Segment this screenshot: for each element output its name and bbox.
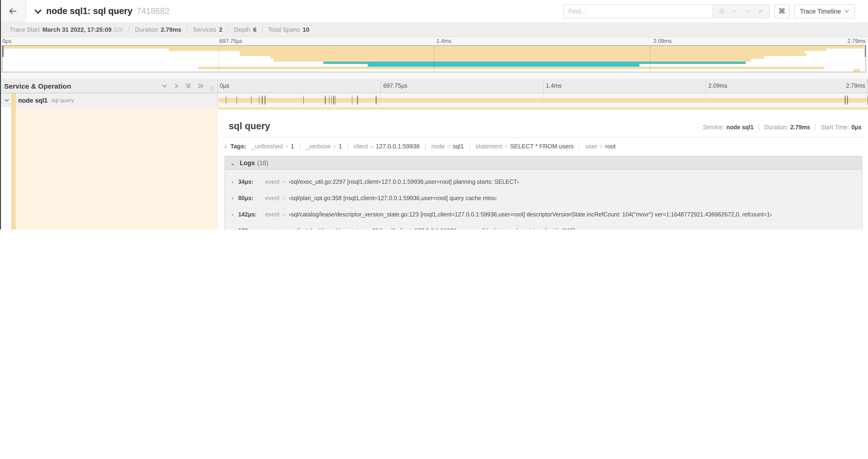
detail-row-highlight — [16, 107, 218, 230]
collapse-one-icon[interactable] — [161, 83, 167, 89]
info-label: Trace Start — [10, 26, 40, 33]
info-value-suffix: .326 — [112, 26, 123, 33]
span-detail-row: sql query Service:node sql1Duration:2.79… — [0, 107, 868, 230]
span-detail-panel: sql query Service:node sql1Duration:2.79… — [218, 107, 868, 230]
tag-equals: = — [370, 143, 373, 150]
meta-label: Start Time: — [821, 124, 849, 131]
back-arrow-icon — [8, 6, 18, 15]
logs-header[interactable]: ⌄ Logs (18) — [225, 156, 862, 170]
locate-icon[interactable] — [718, 7, 725, 15]
trace-timeline-page: node sql1: sql query 7418682 ⌘ Trace Tim… — [0, 0, 868, 230]
minimap-scrubber-right[interactable] — [865, 46, 866, 57]
info-value: March 31 2022, 17:25:09.326 — [42, 26, 123, 33]
chevron-down-icon — [4, 98, 9, 102]
log-row[interactable]: ›142μs:event=‹sql/catalog/lease/descript… — [225, 206, 862, 223]
detail-meta-item: Start Time:0μs — [815, 124, 862, 131]
view-select-button[interactable]: Trace Timeline — [794, 4, 855, 18]
expand-all-icon[interactable] — [197, 83, 204, 89]
minimap-span — [240, 54, 807, 56]
log-field-name: event — [265, 211, 280, 218]
expand-one-icon[interactable] — [174, 83, 179, 89]
span-track[interactable] — [218, 93, 868, 107]
tag-key: _verbose — [306, 143, 331, 150]
log-message: ‹sql/catalog/descs/descriptor.go:98 [nsq… — [289, 228, 577, 230]
meta-value: node sql1 — [726, 124, 754, 131]
service-operation-title: Service & Operation — [4, 82, 161, 90]
tag-equals: = — [504, 143, 508, 150]
minimap-tick-label: 2.79ms — [847, 38, 868, 44]
find-input[interactable] — [564, 5, 712, 18]
logs-count: (18) — [257, 160, 268, 167]
chevron-right-icon: › — [231, 195, 234, 201]
tags-label: Tags: — [230, 143, 246, 150]
find-suffix — [712, 5, 769, 18]
detail-meta: Service:node sql1Duration:2.79msStart Ti… — [698, 124, 862, 131]
log-timestamp: 34μs: — [238, 179, 262, 185]
logs-section: ⌄ Logs (18) ›34μs:event=‹sql/exec_util.g… — [224, 156, 862, 230]
log-marker-tick — [251, 96, 252, 104]
minimap-scrubber-left[interactable] — [2, 46, 3, 57]
log-row[interactable]: ›80μs:event=‹sql/plan_opt.go:358 [nsql1,… — [225, 190, 862, 206]
detail-header: sql query Service:node sql1Duration:2.79… — [223, 121, 863, 132]
chevron-down-icon: ⌄ — [230, 159, 236, 167]
info-label: Total Spans — [268, 26, 300, 33]
trace-info-item: Trace StartMarch 31 2022, 17:25:09.326 — [4, 26, 129, 33]
trace-collapse-toggle[interactable] — [34, 8, 42, 14]
span-row[interactable]: node sql1 sql query — [0, 93, 868, 107]
logs-list: ›34μs:event=‹sql/exec_util.go:2297 [nsql… — [225, 170, 862, 230]
minimap-span — [2, 46, 864, 48]
tag-value: 1 — [339, 143, 342, 150]
log-timestamp: 142μs: — [238, 211, 262, 218]
minimap-span — [368, 64, 640, 66]
tag-key: statement — [475, 143, 502, 150]
column-resize-grip[interactable] — [211, 86, 213, 91]
chevron-down-icon — [844, 9, 849, 13]
trace-info-item: Total Spans10 — [262, 26, 315, 33]
tag-item: _verbose=1 — [300, 143, 347, 150]
minimap-span — [198, 67, 825, 69]
tags-row[interactable]: › Tags: _unfinished=1_verbose=1client=12… — [223, 142, 863, 150]
meta-value: 2.79ms — [790, 124, 810, 131]
span-operation-name: sql query — [51, 97, 74, 104]
trace-info-item: Services2 — [187, 26, 228, 33]
collapse-all-icon[interactable] — [185, 83, 191, 89]
page-header: node sql1: sql query 7418682 ⌘ Trace Tim… — [0, 0, 868, 22]
log-marker-tick — [352, 96, 352, 104]
find-group — [563, 4, 770, 18]
ruler-tick-label: 0μs — [218, 79, 229, 93]
log-marker-tick — [845, 96, 845, 104]
info-value: 2.79ms — [161, 26, 181, 33]
chevron-down-icon — [34, 8, 42, 14]
tag-equals: = — [599, 143, 603, 150]
minimap-ruler: 0μs697.75μs1.4ms2.09ms2.79ms — [0, 37, 868, 45]
back-button[interactable] — [0, 0, 26, 22]
keyboard-shortcuts-button[interactable]: ⌘ — [774, 4, 789, 18]
minimap-span — [854, 69, 860, 72]
tag-item: node=sql1 — [425, 143, 469, 150]
log-row[interactable]: ›34μs:event=‹sql/exec_util.go:2297 [nsql… — [225, 173, 862, 190]
span-service-name: node sql1 — [18, 97, 48, 104]
span-name-cell[interactable]: node sql1 sql query — [0, 93, 218, 107]
log-field-name: event — [265, 179, 280, 185]
minimap-tick-label: 2.09ms — [651, 38, 672, 44]
ruler-tick-label: 2.09ms — [706, 79, 727, 93]
span-collapse-toggle[interactable] — [4, 98, 9, 102]
chevron-right-icon: › — [231, 227, 234, 230]
service-operation-header: Service & Operation — [0, 79, 218, 93]
minimap-span — [271, 56, 764, 59]
timeline-minimap[interactable] — [2, 45, 866, 72]
find-clear-icon[interactable] — [756, 7, 764, 15]
find-prev-icon[interactable] — [731, 7, 738, 15]
log-equals: = — [282, 211, 286, 218]
log-marker-tick — [329, 96, 330, 104]
collapse-controls — [161, 83, 204, 89]
tag-key: node — [431, 143, 445, 150]
find-next-icon[interactable] — [743, 7, 751, 15]
span-duration-bar[interactable] — [219, 98, 868, 103]
log-row[interactable]: ›176μs:event=‹sql/catalog/descs/descript… — [225, 223, 862, 230]
chevron-right-icon: › — [231, 211, 234, 218]
trace-info-item: Duration2.79ms — [129, 26, 187, 33]
trace-id: 7418682 — [137, 6, 169, 16]
log-marker-tick — [303, 96, 304, 104]
log-marker-tick — [325, 96, 326, 104]
